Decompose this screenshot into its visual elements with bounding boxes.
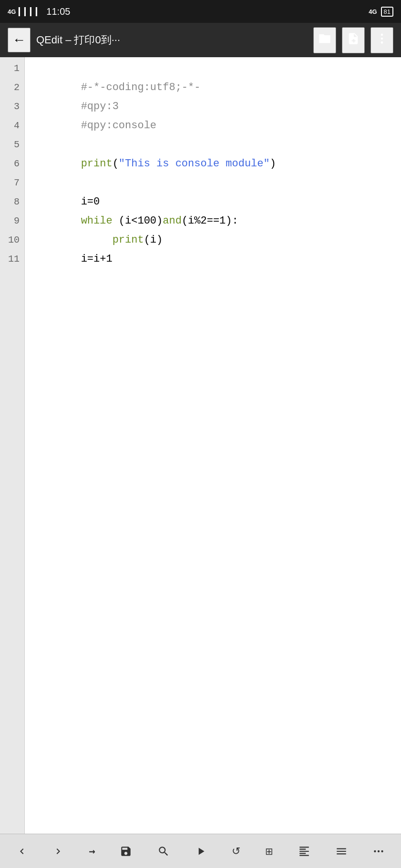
status-right: 4G 81 [369,7,393,17]
app-bar: ← QEdit – 打印0到··· [0,23,401,57]
code-area[interactable]: 1 2 3 4 5 6 7 8 9 10 11 #-*-coding:utf8;… [0,57,401,834]
svg-point-4 [378,850,380,852]
back-nav-button[interactable] [12,842,31,861]
indent-button[interactable] [294,841,314,861]
signal-icon: ▎▎▎▎ [19,7,41,16]
indent-icon [298,845,310,858]
more-horiz-icon [372,845,385,858]
app-title: QEdit – 打印0到··· [36,33,308,47]
folder-icon [318,32,331,45]
more-vert-icon [375,32,389,45]
svg-point-0 [381,33,383,36]
line-num: 11 [3,250,20,269]
tab-button[interactable]: → [85,841,99,861]
back-nav-icon [16,846,28,857]
line-num: 5 [3,135,20,154]
line-num: 7 [3,174,20,193]
code-line-7: i=0 [31,174,395,193]
list-button[interactable] [331,841,351,861]
search-icon [157,845,170,858]
list-icon [335,845,348,858]
code-line-5: print("This is console module") [31,135,395,154]
battery-icon: 81 [381,7,393,17]
line-num: 10 [3,231,20,250]
search-button[interactable] [154,841,174,861]
line-num: 4 [3,116,20,135]
save-button[interactable] [116,841,136,861]
snippet-button[interactable]: ⊞ [261,842,277,861]
folder-button[interactable] [313,27,336,53]
svg-point-2 [381,41,383,43]
svg-point-1 [381,37,383,40]
line-num: 3 [3,97,20,116]
status-bar: 4G ▎▎▎▎ 11:05 4G 81 [0,0,401,23]
new-file-button[interactable] [342,27,365,53]
save-icon [120,845,132,858]
more-toolbar-button[interactable] [369,841,389,861]
line-num: 1 [3,59,20,78]
svg-point-5 [381,850,383,852]
svg-point-3 [374,850,376,852]
snippet-icon: ⊞ [265,846,273,857]
line-num: 2 [3,78,20,97]
status-left: 4G ▎▎▎▎ 11:05 [8,6,70,17]
line-num: 6 [3,154,20,174]
code-content[interactable]: #-*-coding:utf8;-*- #qpy:3 #qpy:console … [25,57,401,834]
line-numbers: 1 2 3 4 5 6 7 8 9 10 11 [0,57,25,834]
tab-icon: → [89,845,95,857]
bottom-toolbar: → ↺ ⊞ [0,834,401,868]
forward-nav-icon [52,846,64,857]
undo-button[interactable]: ↺ [228,841,244,861]
network-indicator: 4G [8,8,16,15]
run-icon [195,845,207,858]
back-button[interactable]: ← [8,28,31,52]
forward-nav-button[interactable] [49,842,68,861]
line-num: 9 [3,212,20,231]
more-menu-button[interactable] [370,27,393,53]
editor-container: 1 2 3 4 5 6 7 8 9 10 11 #-*-coding:utf8;… [0,57,401,834]
line-num: 8 [3,193,20,212]
undo-icon: ↺ [232,845,240,858]
code-line-1: #-*-coding:utf8;-*- [31,59,395,78]
time-display: 11:05 [46,6,70,17]
run-button[interactable] [191,841,211,861]
network-type-right: 4G [369,8,377,15]
new-file-icon [347,32,360,45]
